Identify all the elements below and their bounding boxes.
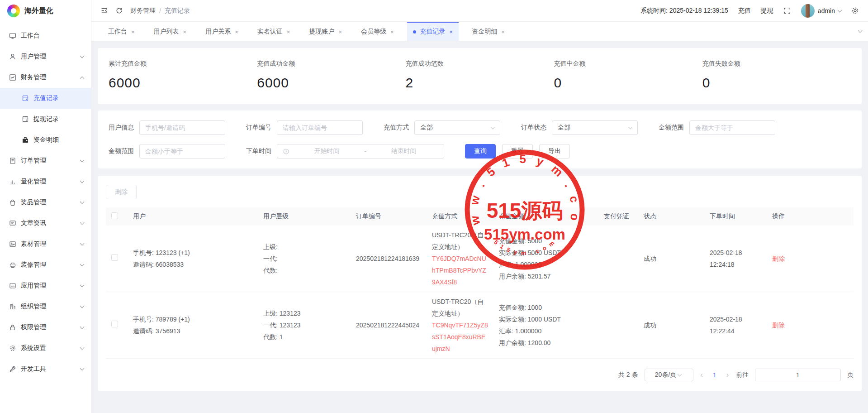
col-header-method: 充值方式 (427, 207, 493, 226)
method-cell: USDT-TRC20（自定义地址） TC9NqvTF71Z5yZ8sST1Aoq… (427, 292, 493, 359)
settings-gear-icon[interactable] (851, 7, 859, 14)
amount-recharge: 充值金额: 1000 (499, 302, 593, 313)
order-status-select[interactable]: 全部 (552, 120, 638, 135)
search-button[interactable]: 查询 (465, 144, 496, 158)
sidebar-item-system-settings[interactable]: 系统设置 (0, 338, 91, 359)
tab-label: 会员等级 (361, 28, 386, 36)
filter-user-info: 用户信息 (109, 120, 225, 135)
filter-row-1: 用户信息 订单编号 充值方式 全部 订单状态 全部 (109, 120, 851, 135)
tab-recharge-records[interactable]: 充值记录× (407, 22, 459, 41)
breadcrumb-parent[interactable]: 财务管理 (130, 7, 156, 15)
amount-min-input[interactable] (689, 120, 775, 135)
select-all-checkbox[interactable] (111, 212, 118, 219)
close-icon[interactable]: × (450, 29, 453, 35)
content: 累计充值金额 6000 充值成功金额 6000 充值成功笔数 2 充值中金额 0… (91, 41, 868, 413)
date-range-picker[interactable]: 开始时间 - 结束时间 (277, 144, 444, 158)
chevron-down-icon (80, 158, 85, 163)
order-no-cell: 202502181224181639 (351, 226, 427, 292)
end-time-placeholder[interactable]: 结束时间 (369, 147, 438, 155)
recharge-button[interactable]: 充值 (738, 7, 751, 15)
order-time-cell: 2025-02-18 12:22:44 (704, 292, 767, 359)
next-page-button[interactable]: › (726, 371, 730, 379)
amount-balance: 用户余额: 5201.57 (499, 270, 593, 282)
refresh-icon[interactable] (115, 7, 123, 14)
method-name: USDT-TRC20（自定义地址） (432, 229, 488, 253)
amount-max-input[interactable] (139, 144, 225, 158)
chevron-down-icon (80, 283, 85, 288)
stat-label: 充值成功金额 (257, 60, 405, 68)
collapse-sidebar-icon[interactable] (100, 7, 108, 14)
filter-label: 充值方式 (384, 124, 409, 132)
start-time-placeholder[interactable]: 开始时间 (292, 147, 361, 155)
crypto-address-link[interactable]: TY6JDQ7mADcNUhTPmB8TcPPbvYZ9AX4Sf8 (432, 253, 488, 288)
close-icon[interactable]: × (338, 29, 342, 35)
export-button[interactable]: 导出 (539, 144, 570, 158)
row-checkbox[interactable] (111, 254, 118, 261)
sidebar-item-org-management[interactable]: 组织管理 (0, 296, 91, 317)
fullscreen-icon[interactable] (783, 7, 791, 14)
close-icon[interactable]: × (183, 29, 187, 35)
tab-withdraw-accounts[interactable]: 提现账户× (303, 22, 348, 41)
table-row: 手机号: 123123 (+1) 邀请码: 66038533 上级: 一代: 代… (106, 226, 854, 292)
building-icon (9, 303, 16, 310)
avatar[interactable] (801, 4, 815, 18)
close-icon[interactable]: × (235, 29, 238, 35)
sidebar-item-app-management[interactable]: 应用管理 (0, 275, 91, 296)
tab-member-levels[interactable]: 会员等级× (355, 22, 400, 41)
order-no-input[interactable] (277, 120, 363, 135)
tab-actions-dropdown[interactable] (859, 22, 862, 41)
logo-row: 海外量化 (0, 0, 91, 22)
sidebar-item-label: 资金明细 (33, 136, 84, 144)
delete-row-link[interactable]: 删除 (772, 255, 785, 262)
filter-row-2: 金额范围 下单时间 开始时间 - 结束时间 查询 重置 导 (109, 144, 851, 158)
page-size-select[interactable]: 20条/页 (645, 369, 693, 381)
row-checkbox[interactable] (111, 321, 118, 327)
sidebar-item-recharge-records[interactable]: 充值记录 (0, 88, 91, 109)
tab-workbench[interactable]: 工作台× (102, 22, 141, 41)
method-select[interactable]: 全部 (414, 120, 500, 135)
sidebar-item-quant-management[interactable]: 量化管理 (0, 171, 91, 192)
chevron-down-icon (491, 125, 495, 130)
prev-page-button[interactable]: ‹ (700, 371, 704, 379)
user-cell: 手机号: 789789 (+1) 邀请码: 3756913 (128, 292, 258, 359)
sidebar-item-workbench[interactable]: 工作台 (0, 25, 91, 46)
sidebar-item-withdraw-records[interactable]: 提现记录 (0, 109, 91, 130)
sidebar-item-prize-management[interactable]: 奖品管理 (0, 192, 91, 213)
tab-user-relations[interactable]: 用户关系× (199, 22, 244, 41)
sidebar-item-user-management[interactable]: 用户管理 (0, 46, 91, 67)
goto-page-input[interactable] (755, 369, 841, 381)
tab-real-name-auth[interactable]: 实名认证× (251, 22, 296, 41)
current-page[interactable]: 1 (710, 371, 719, 379)
sidebar-item-material-management[interactable]: 素材管理 (0, 234, 91, 255)
tab-fund-details[interactable]: 资金明细× (466, 22, 511, 41)
voucher-cell (598, 292, 638, 359)
sidebar-item-label: 量化管理 (21, 178, 81, 186)
sidebar-item-fund-details[interactable]: 资金明细 (0, 130, 91, 150)
user-menu[interactable]: admin (801, 4, 841, 18)
user-info-input[interactable] (139, 120, 225, 135)
chevron-down-icon (80, 179, 85, 183)
sidebar-item-article-news[interactable]: 文章资讯 (0, 213, 91, 234)
crypto-address-link[interactable]: TC9NqvTF71Z5yZ8sST1AoqE8xuRBEujmzN (432, 319, 488, 355)
stat-total-recharge: 累计充值金额 6000 (109, 60, 257, 91)
close-icon[interactable]: × (501, 29, 505, 35)
sidebar-item-label: 用户管理 (21, 53, 81, 61)
sidebar-item-order-management[interactable]: 订单管理 (0, 150, 91, 171)
reset-button[interactable]: 重置 (502, 144, 533, 158)
sidebar-item-permission-management[interactable]: 权限管理 (0, 317, 91, 338)
close-icon[interactable]: × (390, 29, 394, 35)
sidebar-item-finance-management[interactable]: 财务管理 (0, 67, 91, 88)
sidebar-item-decoration-management[interactable]: 装修管理 (0, 255, 91, 275)
pagination: 共 2 条 20条/页 ‹ 1 › 前往 页 (106, 369, 854, 381)
batch-delete-button[interactable]: 删除 (106, 185, 137, 199)
sidebar-item-dev-tools[interactable]: 开发工具 (0, 359, 91, 379)
withdraw-button[interactable]: 提现 (761, 7, 773, 15)
close-icon[interactable]: × (131, 29, 135, 35)
delete-row-link[interactable]: 删除 (772, 322, 785, 329)
close-icon[interactable]: × (287, 29, 290, 35)
level-parent: 上级: (263, 241, 345, 253)
sidebar: 海外量化 工作台 用户管理 财务管理 充值记录 (0, 0, 91, 413)
wrench-icon (9, 365, 16, 373)
tab-user-list[interactable]: 用户列表× (148, 22, 193, 41)
image-icon (9, 240, 16, 248)
